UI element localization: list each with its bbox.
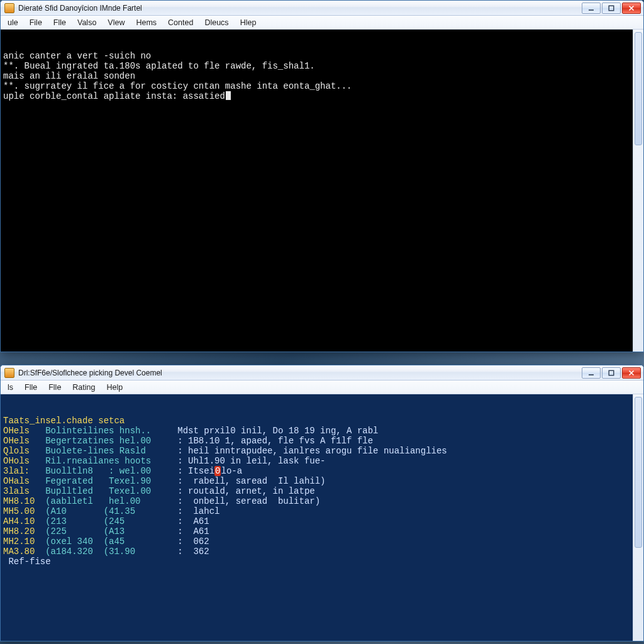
- terminal-line: OHals Fegerated Texel.90 : rabell, sarea…: [3, 476, 641, 486]
- close-button[interactable]: [622, 3, 641, 14]
- menu-conted[interactable]: Conted: [162, 16, 199, 29]
- terminal-output[interactable]: anic canter a vert -suich no**. Bueal in…: [1, 30, 643, 352]
- menu-dleucs[interactable]: Dleucs: [199, 16, 234, 29]
- menu-hlep[interactable]: Hlep: [235, 16, 262, 29]
- col0: MH8.10: [3, 496, 40, 506]
- col2: : A61: [172, 526, 209, 536]
- maximize-icon: [608, 5, 614, 11]
- col2: : 062: [172, 536, 209, 547]
- col2: : 1B8.10 1, apaed, fle fvs A f1lf fle: [172, 436, 373, 446]
- col1: Buplltled Texel.00: [40, 486, 172, 496]
- col0: OHols: [3, 456, 40, 466]
- scrollbar-thumb[interactable]: [635, 397, 642, 548]
- col1: Bolinteilines hnsh..: [40, 426, 172, 436]
- menu-flle[interactable]: Flle: [48, 16, 72, 29]
- terminal-header-line: Taats_insel.chade setca: [3, 416, 641, 426]
- svg-rect-1: [609, 6, 614, 11]
- terminal-line: 3lal: Buolltln8 : wel.00 : Itsei0lo-a: [3, 466, 641, 476]
- col2: : heil inntrapudee, ianlres arogu file n…: [172, 446, 447, 456]
- terminal-line: **. sugrratey il fice a for costicy cnta…: [3, 81, 641, 91]
- svg-rect-5: [609, 370, 614, 375]
- menu-flle[interactable]: Flle: [19, 380, 43, 394]
- menubar: lsFlleFlleRatingHelp: [1, 380, 643, 394]
- terminal-line: OHols Ril.rneailanes hoots : Uhl1.90 in …: [3, 456, 641, 466]
- terminal-line: MH5.00 (A10 (41.35 : lahcl: [3, 506, 641, 516]
- col1: Ril.rneailanes hoots: [40, 456, 172, 466]
- col1: (oxel 340 (a45: [40, 536, 172, 547]
- terminal-line: **. Bueal ingrated ta.180s aplated to fl…: [3, 61, 641, 71]
- col1: (213 (245: [40, 516, 172, 526]
- terminal-line: MH8.20 (225 (A13 : A61: [3, 526, 641, 536]
- minimize-button[interactable]: [582, 367, 601, 379]
- vertical-scrollbar[interactable]: [633, 394, 643, 641]
- col2: Mdst prxil0 inil, Do 18 19 ing, A rabl: [172, 426, 379, 436]
- menu-hems[interactable]: Hems: [130, 16, 162, 29]
- menubar: uleFileFlleValsoVlewHemsContedDleucsHlep: [1, 16, 643, 30]
- col2: : Uhl1.90 in leil, lask fue-: [172, 456, 326, 466]
- terminal-line: uple corble_contal apliate insta: assati…: [3, 91, 641, 101]
- menu-ls[interactable]: ls: [2, 380, 19, 394]
- col2: : A61: [172, 516, 209, 526]
- menu-rating[interactable]: Rating: [67, 380, 101, 394]
- col1: (A10 (41.35: [40, 506, 172, 516]
- col1: Begertzatines hel.00: [40, 436, 172, 446]
- col0: AH4.10: [3, 516, 40, 526]
- close-button[interactable]: [622, 367, 641, 379]
- col2: : lahcl: [172, 506, 220, 516]
- col0: MH5.00: [3, 506, 40, 516]
- window-title: Dieraté Sfid Danoyîcion IMnde Fartel: [18, 4, 582, 13]
- col1: Buolltln8 : wel.00: [40, 466, 172, 476]
- app-icon: [4, 3, 14, 13]
- menu-flle[interactable]: Flle: [43, 380, 67, 394]
- col0: MA3.80: [3, 547, 40, 557]
- terminal-line: anic canter a vert -suich no: [3, 51, 641, 61]
- close-icon: [628, 5, 635, 11]
- col1: (225 (A13: [40, 526, 172, 536]
- terminal-output[interactable]: Taats_insel.chade setcaOHels Bolinteilin…: [1, 394, 643, 641]
- terminal-line: mais an ili eralal sonden: [3, 71, 641, 81]
- col1: (a184.320 (31.90: [40, 547, 172, 557]
- terminal-line: MA3.80 (a184.320 (31.90 : 362: [3, 547, 641, 557]
- col1: Fegerated Texel.90: [40, 476, 172, 486]
- menu-ule[interactable]: ule: [2, 16, 24, 29]
- col0: OHels: [3, 426, 40, 436]
- col0: OHals: [3, 476, 40, 486]
- terminal-line: OHels Begertzatines hel.00 : 1B8.10 1, a…: [3, 436, 641, 446]
- close-icon: [628, 370, 635, 376]
- col0: Qlols: [3, 446, 40, 456]
- col2: : onbell, seread bulitar): [172, 496, 320, 506]
- menu-file[interactable]: File: [24, 16, 48, 29]
- terminal-line: OHels Bolinteilines hnsh.. Mdst prxil0 i…: [3, 426, 641, 436]
- maximize-icon: [608, 370, 614, 376]
- minimize-button[interactable]: [582, 3, 601, 14]
- terminal-line: Qlols Buolete-lines Rasld : heil inntrap…: [3, 446, 641, 456]
- window-title: Drl:SfF6e/Sloflchece picking Devel Coeme…: [18, 369, 582, 377]
- menu-help[interactable]: Help: [101, 380, 128, 394]
- menu-valso[interactable]: Valso: [72, 16, 102, 29]
- text-cursor: [226, 91, 231, 100]
- terminal-window-top: Dieraté Sfid Danoyîcion IMnde Fartel ule…: [0, 0, 644, 352]
- terminal-window-bottom: Drl:SfF6e/Sloflchece picking Devel Coeme…: [0, 365, 644, 641]
- col0: 3lals: [3, 486, 40, 496]
- col2: : routald, arnet, in latpe: [172, 486, 315, 496]
- scrollbar-thumb[interactable]: [635, 32, 642, 145]
- minimize-icon: [588, 5, 594, 11]
- maximize-button[interactable]: [602, 3, 621, 14]
- app-icon: [4, 368, 14, 378]
- vertical-scrollbar[interactable]: [633, 30, 643, 352]
- col1: (aablletl hel.00: [40, 496, 172, 506]
- col0: 3lal:: [3, 466, 40, 476]
- terminal-line: MH8.10 (aablletl hel.00 : onbell, seread…: [3, 496, 641, 506]
- col0: OHels: [3, 436, 40, 446]
- maximize-button[interactable]: [602, 367, 621, 379]
- terminal-line: MH2.10 (oxel 340 (a45 : 062: [3, 536, 641, 547]
- highlight-icon: 0: [214, 466, 221, 476]
- titlebar[interactable]: Dieraté Sfid Danoyîcion IMnde Fartel: [1, 1, 643, 16]
- col0: MH2.10: [3, 536, 40, 547]
- terminal-footer-line: Ref-fise: [3, 557, 641, 567]
- minimize-icon: [588, 370, 594, 376]
- menu-vlew[interactable]: Vlew: [102, 16, 130, 29]
- titlebar[interactable]: Drl:SfF6e/Sloflchece picking Devel Coeme…: [1, 365, 643, 380]
- terminal-line: 3lals Buplltled Texel.00 : routald, arne…: [3, 486, 641, 496]
- terminal-line: AH4.10 (213 (245 : A61: [3, 516, 641, 526]
